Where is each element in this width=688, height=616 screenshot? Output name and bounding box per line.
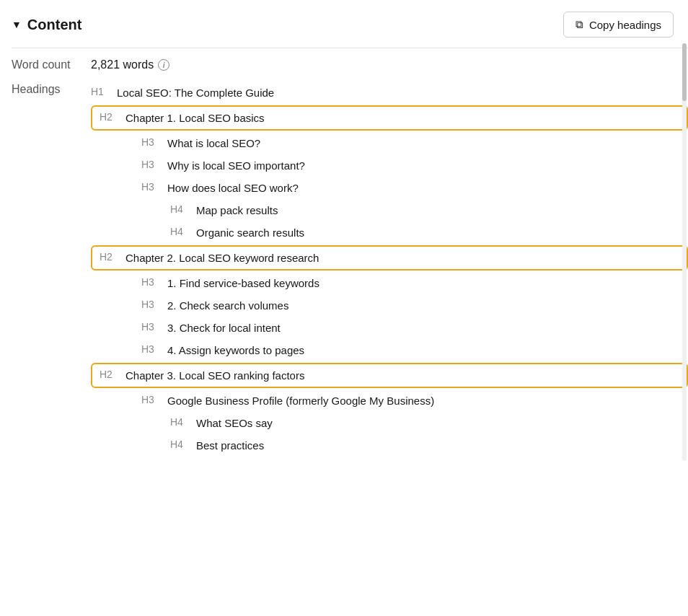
heading-item: H3What is local SEO? [91, 132, 688, 154]
heading-item: H3Why is local SEO important? [91, 154, 688, 177]
word-count-label: Word count [12, 58, 91, 71]
copy-icon: ⧉ [575, 18, 583, 31]
heading-text: What SEOs say [196, 415, 273, 431]
info-icon[interactable]: i [158, 59, 169, 71]
headings-tree: H1Local SEO: The Complete GuideH2Chapter… [91, 82, 688, 457]
content-panel: ▼ Content ⧉ Copy headings Word count 2,8… [0, 0, 688, 468]
heading-tag: H3 [141, 136, 163, 150]
heading-item: H2Chapter 3. Local SEO ranking factors [91, 363, 688, 388]
scrollbar-thumb[interactable] [682, 43, 687, 101]
heading-item: H31. Find service-based keywords [91, 272, 688, 294]
header-row: ▼ Content ⧉ Copy headings [12, 12, 688, 48]
heading-item: H3How does local SEO work? [91, 177, 688, 199]
heading-text: 4. Assign keywords to pages [167, 343, 304, 358]
heading-tag: H2 [100, 250, 121, 265]
heading-tag: H3 [141, 158, 163, 172]
heading-item: H2Chapter 2. Local SEO keyword research [91, 245, 688, 270]
heading-tag: H3 [141, 276, 163, 290]
heading-tag: H3 [141, 393, 163, 408]
headings-section-label: Headings [12, 82, 91, 96]
chevron-icon[interactable]: ▼ [12, 19, 22, 30]
heading-tag: H3 [141, 343, 163, 357]
heading-item: H32. Check search volumes [91, 294, 688, 317]
heading-item: H4What SEOs say [91, 412, 688, 434]
heading-text: How does local SEO work? [167, 180, 299, 195]
heading-tag: H4 [170, 438, 192, 452]
heading-text: Why is local SEO important? [167, 158, 305, 173]
scrollbar-track[interactable] [682, 43, 687, 461]
heading-item: H4Map pack results [91, 199, 688, 221]
title-area: ▼ Content [12, 17, 81, 33]
heading-item: H4Best practices [91, 434, 688, 457]
heading-item: H3Google Business Profile (formerly Goog… [91, 390, 688, 412]
heading-tag: H3 [141, 298, 163, 312]
heading-tag: H2 [100, 110, 121, 125]
heading-item: H4Organic search results [91, 221, 688, 244]
heading-tag: H3 [141, 180, 163, 195]
heading-tag: H4 [170, 203, 192, 217]
heading-text: What is local SEO? [167, 136, 260, 151]
heading-text: Chapter 3. Local SEO ranking factors [125, 368, 304, 383]
section-title: Content [27, 17, 82, 33]
heading-item: H2Chapter 1. Local SEO basics [91, 105, 688, 131]
heading-item: H1Local SEO: The Complete Guide [91, 82, 688, 104]
heading-item: H33. Check for local intent [91, 317, 688, 339]
heading-tag: H4 [170, 225, 192, 239]
heading-text: Organic search results [196, 225, 304, 240]
heading-text: 1. Find service-based keywords [167, 276, 319, 291]
heading-text: Map pack results [196, 203, 278, 218]
heading-item: H34. Assign keywords to pages [91, 339, 688, 361]
heading-text: Local SEO: The Complete Guide [117, 85, 274, 100]
heading-tag: H1 [91, 85, 113, 100]
heading-tag: H3 [141, 320, 163, 335]
heading-tag: H2 [100, 368, 121, 382]
copy-headings-button[interactable]: ⧉ Copy headings [563, 12, 674, 38]
heading-text: Best practices [196, 438, 264, 453]
copy-headings-label: Copy headings [589, 19, 661, 31]
headings-row: Headings H1Local SEO: The Complete Guide… [12, 79, 688, 457]
heading-text: 3. Check for local intent [167, 320, 281, 335]
heading-tag: H4 [170, 415, 192, 430]
heading-text: Google Business Profile (formerly Google… [167, 393, 434, 408]
heading-text: 2. Check search volumes [167, 298, 288, 313]
word-count-number: 2,821 words [91, 58, 154, 71]
heading-text: Chapter 1. Local SEO basics [125, 110, 265, 126]
word-count-value: 2,821 words i [91, 58, 169, 71]
word-count-row: Word count 2,821 words i [12, 48, 688, 79]
heading-text: Chapter 2. Local SEO keyword research [125, 250, 319, 265]
